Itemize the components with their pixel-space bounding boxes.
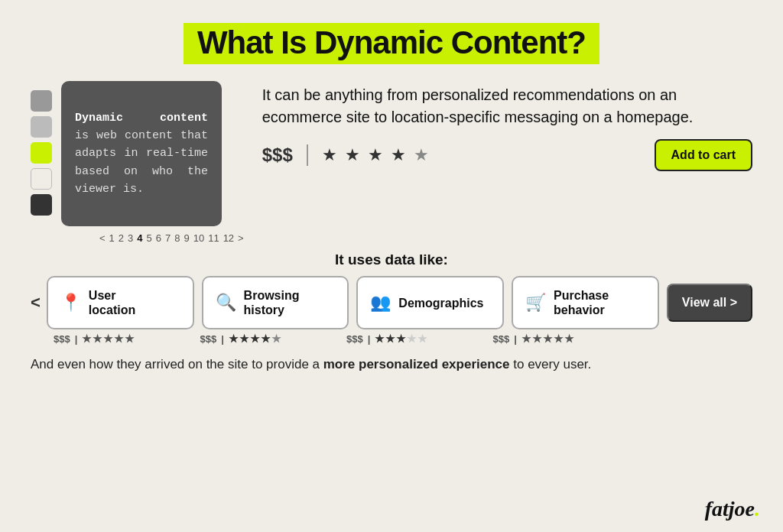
- page: What Is Dynamic Content? Dynamic content…: [0, 0, 783, 532]
- left-section: Dynamic content is web content that adap…: [31, 81, 244, 244]
- dem-price: $$$: [346, 333, 363, 345]
- price-add-row: $$$ ★ ★ ★ ★ ★ Add to cart: [262, 139, 752, 171]
- logo-dot: .: [755, 497, 760, 521]
- price-label: $$$: [262, 144, 293, 166]
- pagination: < 1 2 3 4 5 6 7 8 9 10 11 12 >: [61, 232, 244, 244]
- price-divider: [307, 144, 308, 166]
- data-section-label: It uses data like:: [335, 251, 448, 268]
- main-stars: ★ ★ ★ ★ ★: [322, 145, 431, 165]
- bottom-text-after: to every user.: [510, 357, 592, 371]
- pg-9[interactable]: 9: [184, 232, 189, 244]
- pg-2[interactable]: 2: [119, 232, 124, 244]
- bottom-text: And even how they arrived on the site to…: [31, 355, 752, 374]
- price-row: $$$ ★ ★ ★ ★ ★: [262, 144, 431, 166]
- next-page[interactable]: >: [238, 232, 244, 244]
- pg-10[interactable]: 10: [193, 232, 204, 244]
- dem-divider: |: [368, 333, 371, 345]
- search-icon: 🔍: [216, 293, 236, 313]
- pg-5[interactable]: 5: [147, 232, 152, 244]
- pg-4-active[interactable]: 4: [137, 232, 142, 244]
- add-to-cart-button[interactable]: Add to cart: [655, 139, 752, 171]
- view-all-spacer: [639, 332, 752, 345]
- purchase-behavior-stars: $$$ | ★★★★★: [493, 332, 632, 345]
- bh-stars: ★★★★★: [229, 332, 282, 345]
- logo: fatjoe.: [705, 497, 760, 521]
- pg-7[interactable]: 7: [165, 232, 171, 244]
- bottom-text-bold: more personalized experience: [323, 357, 510, 371]
- pg-3[interactable]: 3: [128, 232, 133, 244]
- browsing-history-card: 🔍 Browsinghistory: [202, 276, 349, 329]
- cards-stars-row: $$$ | ★★★★★ $$$ | ★★★★★ $$$ | ★★★★★ $$$ …: [31, 332, 752, 345]
- purchase-behavior-label: Purchasebehavior: [554, 288, 609, 317]
- people-icon: 👥: [370, 293, 391, 313]
- prev-page[interactable]: <: [99, 232, 106, 244]
- ul-divider: |: [75, 333, 78, 345]
- white-swatch: [31, 168, 52, 190]
- swatches-column: [31, 90, 52, 216]
- bh-price: $$$: [200, 333, 217, 345]
- pg-6[interactable]: 6: [156, 232, 161, 244]
- purchase-behavior-card: 🛒 Purchasebehavior: [512, 276, 659, 329]
- description-text: It can be anything from personalized rec…: [262, 84, 752, 128]
- browsing-history-stars: $$$ | ★★★★★: [200, 332, 340, 345]
- demographics-card: 👥 Demographics: [356, 276, 504, 329]
- star-1: ★: [322, 145, 339, 164]
- location-icon: 📍: [60, 293, 81, 313]
- page-title: What Is Dynamic Content?: [197, 24, 586, 61]
- title-wrapper: What Is Dynamic Content?: [184, 23, 599, 64]
- dynamic-content-card: Dynamic content is web content that adap…: [61, 81, 222, 226]
- user-location-stars: $$$ | ★★★★★: [54, 332, 193, 345]
- pb-price: $$$: [493, 333, 510, 345]
- pg-1[interactable]: 1: [109, 232, 115, 244]
- pb-divider: |: [514, 333, 517, 345]
- star-2: ★: [345, 145, 362, 164]
- star-4: ★: [391, 145, 408, 164]
- gray-swatch: [31, 90, 52, 112]
- dark-card-text: Dynamic content is web content that adap…: [75, 109, 208, 198]
- bh-divider: |: [221, 333, 224, 345]
- cart-icon: 🛒: [525, 293, 546, 313]
- dark-swatch: [31, 194, 52, 216]
- light-gray-swatch: [31, 116, 52, 138]
- ul-price: $$$: [54, 333, 70, 345]
- user-location-label: Userlocation: [89, 288, 135, 317]
- pg-12[interactable]: 12: [223, 232, 234, 244]
- user-location-card: 📍 Userlocation: [47, 276, 194, 329]
- data-cards-container: 📍 Userlocation 🔍 Browsinghistory 👥 Demog…: [47, 276, 659, 329]
- star-5-half: ★: [414, 145, 430, 164]
- ul-stars: ★★★★★: [82, 332, 135, 345]
- logo-text: fatjoe: [705, 497, 755, 521]
- demographics-stars: $$$ | ★★★★★: [346, 332, 486, 345]
- demographics-label: Demographics: [398, 296, 483, 310]
- dark-card-bold: Dynamic content: [75, 112, 208, 125]
- star-3: ★: [368, 145, 385, 164]
- data-cards-row: < 📍 Userlocation 🔍 Browsinghistory 👥 Dem…: [31, 276, 752, 329]
- pg-8[interactable]: 8: [174, 232, 180, 244]
- pb-stars: ★★★★★: [521, 332, 575, 345]
- browsing-history-label: Browsinghistory: [244, 288, 300, 317]
- green-swatch: [31, 142, 52, 164]
- pg-11[interactable]: 11: [208, 232, 219, 244]
- right-section: It can be anything from personalized rec…: [262, 81, 752, 171]
- cards-left-arrow[interactable]: <: [31, 293, 41, 313]
- dem-stars: ★★★★★: [375, 332, 428, 345]
- bottom-text-before: And even how they arrived on the site to…: [31, 357, 323, 371]
- main-content-row: Dynamic content is web content that adap…: [31, 81, 752, 244]
- view-all-button[interactable]: View all >: [667, 284, 752, 322]
